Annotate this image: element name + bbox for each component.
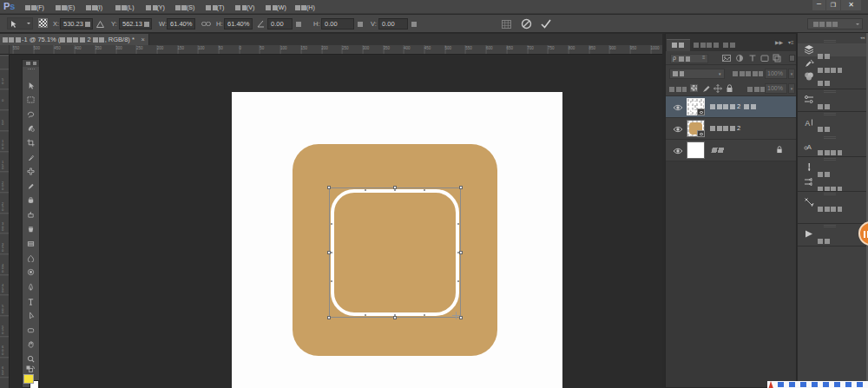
svg-text:A: A [806,119,811,128]
svg-text:A: A [807,143,812,151]
